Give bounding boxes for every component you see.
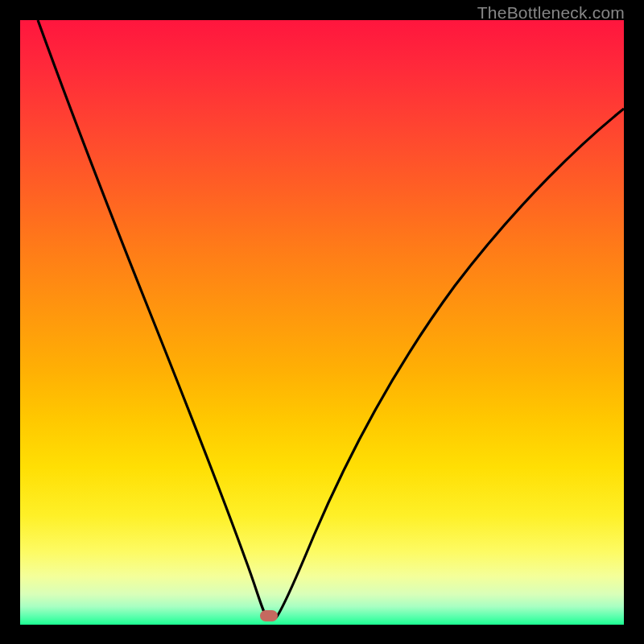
curve-svg [20,20,624,625]
optimal-marker [260,610,278,621]
plot-area [20,20,624,625]
chart-frame: TheBottleneck.com [0,0,644,644]
bottleneck-curve [38,20,624,617]
